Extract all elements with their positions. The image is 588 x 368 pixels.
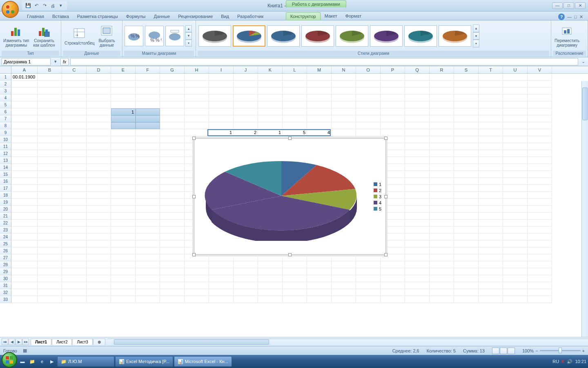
cell[interactable] [62, 213, 87, 220]
cell[interactable] [528, 115, 552, 122]
cell[interactable] [307, 296, 332, 303]
cell[interactable] [356, 261, 381, 268]
cell[interactable] [160, 143, 185, 150]
cell[interactable] [332, 94, 356, 101]
cell[interactable] [62, 171, 87, 178]
cell[interactable] [528, 247, 552, 254]
cell[interactable] [479, 268, 503, 275]
cell[interactable] [234, 88, 258, 94]
cell[interactable] [356, 94, 381, 101]
cell[interactable] [234, 101, 258, 108]
cell[interactable] [111, 164, 136, 171]
cell[interactable] [454, 296, 479, 303]
cell[interactable] [503, 275, 528, 282]
cell[interactable] [503, 233, 528, 240]
cell[interactable] [136, 275, 160, 282]
cell[interactable] [332, 88, 356, 94]
cell[interactable] [405, 136, 430, 143]
cell[interactable] [405, 220, 430, 227]
cell[interactable] [258, 289, 283, 296]
cell[interactable] [62, 129, 87, 136]
cell[interactable] [11, 268, 38, 275]
cell[interactable] [136, 136, 160, 143]
sheet-nav-last-icon[interactable]: ⏭ [22, 339, 29, 345]
cell[interactable] [528, 101, 552, 108]
cell[interactable] [111, 227, 136, 233]
cell[interactable] [62, 88, 87, 94]
cell[interactable] [258, 296, 283, 303]
row-header[interactable]: 30 [0, 275, 11, 282]
minimize-button[interactable]: — [552, 2, 563, 9]
cell[interactable] [62, 261, 87, 268]
cell[interactable] [136, 150, 160, 157]
cell[interactable] [160, 296, 185, 303]
row-header[interactable]: 1 [0, 74, 11, 81]
cell[interactable] [136, 268, 160, 275]
cell[interactable] [528, 88, 552, 94]
cell[interactable] [430, 108, 454, 115]
cell[interactable] [87, 74, 111, 81]
sheet-nav-first-icon[interactable]: ⏮ [2, 339, 8, 345]
cell[interactable] [209, 254, 234, 261]
cell[interactable] [503, 115, 528, 122]
cell[interactable] [62, 94, 87, 101]
cell[interactable] [503, 122, 528, 129]
row-header[interactable]: 17 [0, 185, 11, 192]
cell[interactable] [503, 164, 528, 171]
row-header[interactable]: 14 [0, 164, 11, 171]
cell[interactable] [111, 143, 136, 150]
cell[interactable] [479, 233, 503, 240]
cell[interactable] [479, 282, 503, 289]
cell[interactable] [430, 164, 454, 171]
chart-legend[interactable]: 1 2 3 4 5 [374, 181, 381, 213]
cell[interactable] [258, 101, 283, 108]
cell[interactable] [38, 206, 62, 213]
row-header[interactable]: 18 [0, 192, 11, 199]
row-header[interactable]: 32 [0, 289, 11, 296]
cell[interactable] [62, 240, 87, 247]
row-header[interactable]: 21 [0, 213, 11, 220]
cell[interactable] [38, 129, 62, 136]
cell[interactable] [234, 122, 258, 129]
chart-style-4[interactable] [301, 25, 334, 47]
cell[interactable] [503, 150, 528, 157]
cell[interactable] [87, 213, 111, 220]
cell[interactable] [136, 143, 160, 150]
row-header[interactable]: 9 [0, 129, 11, 136]
cell[interactable] [87, 185, 111, 192]
cell[interactable] [185, 74, 209, 81]
cell[interactable] [479, 164, 503, 171]
cell[interactable] [38, 178, 62, 185]
cell[interactable] [234, 289, 258, 296]
cell[interactable] [381, 115, 405, 122]
cell[interactable] [38, 185, 62, 192]
cell[interactable] [479, 150, 503, 157]
cell[interactable] [111, 247, 136, 254]
cell[interactable] [136, 108, 160, 115]
cell[interactable] [405, 164, 430, 171]
vertical-scrollbar[interactable] [581, 81, 588, 337]
cell[interactable] [356, 81, 381, 88]
cell[interactable] [454, 171, 479, 178]
cell[interactable] [356, 74, 381, 81]
tab-insert[interactable]: Вставка [48, 13, 73, 20]
cell[interactable] [87, 129, 111, 136]
cell[interactable] [62, 150, 87, 157]
cell[interactable] [454, 275, 479, 282]
row-header[interactable]: 2 [0, 81, 11, 88]
cell[interactable] [136, 213, 160, 220]
formula-bar[interactable] [70, 58, 578, 65]
cell[interactable] [307, 108, 332, 115]
cell[interactable] [283, 261, 307, 268]
cell[interactable] [258, 275, 283, 282]
cell[interactable] [430, 247, 454, 254]
cell[interactable] [479, 88, 503, 94]
cell[interactable] [111, 150, 136, 157]
cell[interactable] [38, 101, 62, 108]
cell[interactable] [11, 164, 38, 171]
cell[interactable] [307, 282, 332, 289]
cell[interactable] [11, 157, 38, 164]
cell[interactable] [38, 74, 62, 81]
cell[interactable] [503, 74, 528, 81]
cell[interactable] [430, 101, 454, 108]
